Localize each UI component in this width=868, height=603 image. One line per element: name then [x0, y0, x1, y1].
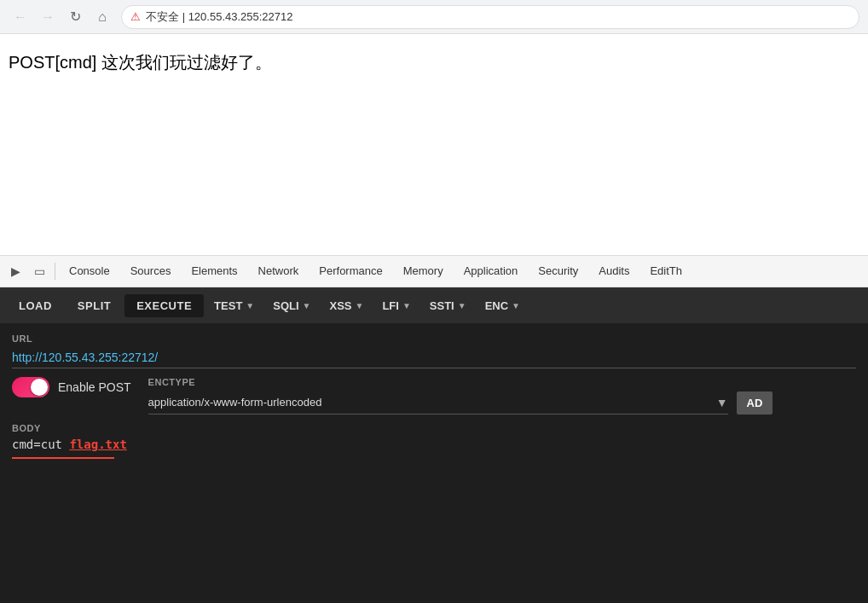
- tab-console[interactable]: Console: [59, 256, 120, 287]
- address-url: 120.55.43.255:22712: [188, 10, 293, 23]
- xss-dropdown-button[interactable]: XSS ▼: [321, 294, 372, 317]
- enable-post-label: Enable POST: [58, 380, 131, 394]
- tab-network[interactable]: Network: [248, 256, 310, 287]
- url-input[interactable]: [12, 347, 856, 368]
- enctype-section: enctype application/x-www-form-urlencode…: [148, 377, 856, 415]
- enctype-label: enctype: [148, 377, 856, 387]
- hackbar-body: URL Enable POST enctype application/x-ww…: [0, 323, 868, 603]
- lfi-dropdown-arrow: ▼: [402, 301, 411, 310]
- security-icon: ⚠: [130, 10, 141, 23]
- reload-button[interactable]: ↻: [63, 5, 87, 29]
- enctype-select-wrap: application/x-www-form-urlencoded multip…: [148, 391, 728, 415]
- tab-sources[interactable]: Sources: [120, 256, 182, 287]
- ssti-dropdown-arrow: ▼: [458, 301, 466, 310]
- tab-memory[interactable]: Memory: [393, 256, 454, 287]
- sqli-dropdown-arrow: ▼: [303, 301, 311, 310]
- toggle-thumb: [31, 379, 48, 396]
- address-separator: |: [182, 10, 188, 23]
- address-bar[interactable]: ⚠ 不安全 | 120.55.43.255:22712: [121, 5, 859, 29]
- tab-performance[interactable]: Performance: [309, 256, 392, 287]
- tab-editth[interactable]: EditTh: [639, 256, 692, 287]
- tab-audits[interactable]: Audits: [588, 256, 639, 287]
- xss-dropdown-arrow: ▼: [356, 301, 364, 310]
- body-underline: [12, 457, 114, 459]
- nav-buttons: ← → ↻ ⌂: [9, 5, 114, 29]
- device-toolbar-button[interactable]: ▭: [27, 259, 51, 283]
- browser-chrome: ← → ↻ ⌂ ⚠ 不安全 | 120.55.43.255:22712: [0, 0, 868, 34]
- load-button[interactable]: LOAD: [7, 294, 64, 317]
- inspect-element-button[interactable]: ▶: [3, 259, 27, 283]
- enctype-dropdown-arrow: ▼: [716, 396, 728, 409]
- body-flag-part: flag.txt: [69, 438, 126, 451]
- page-text: POST[cmd] 这次我们玩过滤好了。: [9, 51, 859, 74]
- add-button[interactable]: AD: [737, 391, 773, 415]
- ssti-dropdown-button[interactable]: SSTI ▼: [421, 294, 475, 317]
- tab-security[interactable]: Security: [528, 256, 588, 287]
- lfi-dropdown-button[interactable]: LFI ▼: [373, 294, 419, 317]
- enable-post-toggle[interactable]: [12, 377, 49, 397]
- body-value-display: cmd=cut flag.txt: [12, 437, 856, 452]
- body-label: Body: [12, 423, 856, 433]
- enctype-row: application/x-www-form-urlencoded multip…: [148, 391, 856, 415]
- test-dropdown-button[interactable]: TEST ▼: [205, 294, 263, 317]
- devtools-tab-bar: ▶ ▭ Console Sources Elements Network Per…: [0, 256, 868, 287]
- post-controls-row: Enable POST enctype application/x-www-fo…: [12, 377, 856, 415]
- enc-dropdown-arrow: ▼: [512, 301, 520, 310]
- address-text: 不安全 | 120.55.43.255:22712: [146, 9, 293, 25]
- sqli-dropdown-button[interactable]: SQLI ▼: [264, 294, 319, 317]
- enable-post-toggle-container: Enable POST: [12, 377, 131, 397]
- page-content: POST[cmd] 这次我们玩过滤好了。: [0, 34, 868, 256]
- test-dropdown-arrow: ▼: [246, 301, 254, 310]
- back-button[interactable]: ←: [9, 5, 32, 29]
- split-button[interactable]: SPLIT: [66, 294, 123, 317]
- execute-button[interactable]: EXECUTE: [124, 294, 204, 317]
- tab-application[interactable]: Application: [454, 256, 529, 287]
- url-label: URL: [12, 333, 856, 344]
- body-cmd-part: cmd=cut: [12, 438, 69, 451]
- enctype-select[interactable]: application/x-www-form-urlencoded multip…: [148, 391, 716, 414]
- devtools-panel: ▶ ▭ Console Sources Elements Network Per…: [0, 256, 868, 603]
- enc-dropdown-button[interactable]: ENC ▼: [477, 294, 529, 317]
- hackbar-toolbar: LOAD SPLIT EXECUTE TEST ▼ SQLI ▼ XSS ▼ L…: [0, 287, 868, 323]
- url-section: URL: [12, 333, 856, 368]
- security-label: 不安全: [146, 10, 179, 23]
- body-section: Body cmd=cut flag.txt: [12, 423, 856, 459]
- tab-elements[interactable]: Elements: [181, 256, 247, 287]
- home-button[interactable]: ⌂: [90, 5, 114, 29]
- tab-divider: [55, 263, 55, 280]
- forward-button[interactable]: →: [36, 5, 60, 29]
